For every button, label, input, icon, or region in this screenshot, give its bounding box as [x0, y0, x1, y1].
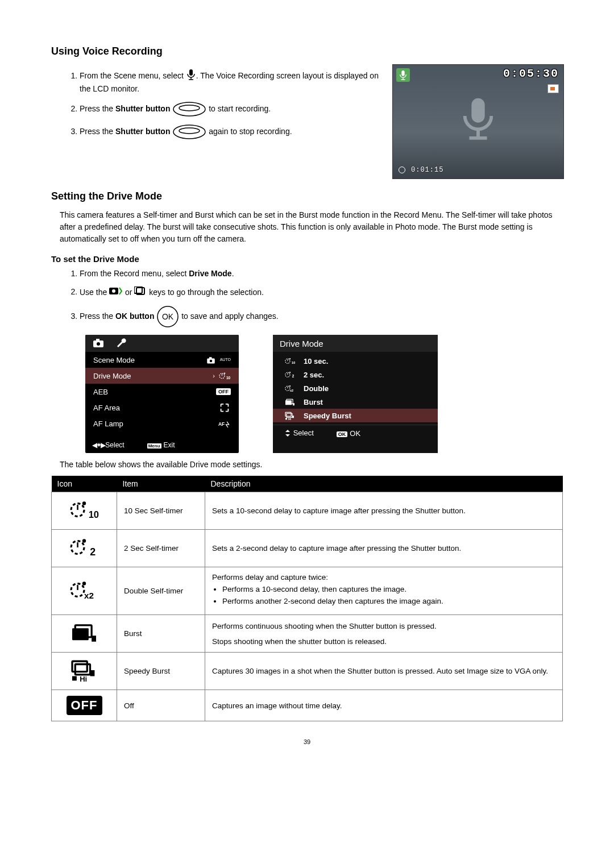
remaining-time: 0:05:30: [503, 67, 559, 80]
shutter-button-label: Shutter button: [115, 104, 170, 113]
page-number: 39: [51, 738, 563, 745]
col-icon: Icon: [52, 476, 117, 492]
shutter-button-icon: [172, 101, 206, 117]
drive-step-2: Use the or keys to go through the select…: [80, 286, 563, 299]
menu-exit-hint: MenuExit: [147, 441, 175, 449]
drive-menu-item: 10 sec.: [273, 354, 438, 368]
drive-menu-item: Speedy Burst: [273, 409, 438, 422]
table-intro: The table below shows the available Driv…: [60, 460, 563, 469]
voice-steps: From the Scene menu, select . The Voice …: [51, 69, 381, 140]
menu-row: AEBOFF: [85, 384, 239, 400]
drive-menu-title: Drive Mode: [273, 335, 438, 352]
menu-row: Scene ModeAUTO: [85, 352, 239, 368]
table-row: BurstPerforms continuous shooting when t…: [52, 615, 563, 653]
ok-badge: OK: [337, 431, 348, 437]
drive-steps: From the Record menu, select Drive Mode.…: [51, 268, 563, 328]
drive-step-1: From the Record menu, select Drive Mode.: [80, 268, 563, 280]
drive-mode-description: This camera features a Self-timer and Bu…: [60, 209, 563, 245]
voice-step-1: From the Scene menu, select . The Voice …: [80, 69, 381, 94]
menu-ok-hint: OKOK: [337, 429, 360, 438]
drive-mode-label: Drive Mode: [189, 269, 231, 278]
voice-step-3: Press the Shutter button again to stop r…: [80, 124, 381, 140]
col-desc: Description: [205, 476, 563, 492]
text: Press the: [80, 312, 115, 321]
drive-step-3: Press the OK button to save and apply ch…: [80, 305, 563, 328]
drive-menu-item: 2 sec.: [273, 368, 438, 381]
table-row: OFFOffCaptures an image without time del…: [52, 690, 563, 721]
flash-key-icon: [134, 286, 147, 299]
text: Exit: [164, 441, 175, 449]
record-menu-screenshot: Scene ModeAUTODrive Mode› AEBOFFAF AreaA…: [85, 335, 239, 453]
elapsed-time: 0:01:15: [411, 166, 443, 174]
setup-tab-icon: [115, 337, 126, 350]
text: Use the: [80, 287, 109, 296]
drive-menu-item: Burst: [273, 395, 438, 409]
text: Select: [293, 429, 314, 437]
microphone-icon: [186, 69, 196, 84]
table-row: Speedy BurstCaptures 30 images in a shot…: [52, 653, 563, 690]
macro-key-icon: [109, 286, 123, 299]
text: .: [232, 269, 234, 278]
text: Press the: [80, 104, 115, 113]
text: to save and apply changes.: [181, 312, 278, 321]
section-voice-title: Using Voice Recording: [51, 45, 563, 57]
text: From the Scene menu, select: [80, 71, 186, 80]
voice-recording-screenshot: 0:05:30 0:01:15: [392, 64, 564, 179]
shutter-button-icon: [172, 124, 206, 140]
shutter-button-label: Shutter button: [115, 127, 170, 136]
menu-select-hint: Select: [92, 441, 125, 449]
microphone-badge-icon: [396, 68, 410, 82]
record-indicator-icon: [399, 167, 405, 173]
table-row: 2 Sec Self-timerSets a 2-second delay to…: [52, 530, 563, 567]
ok-button-icon: [156, 305, 179, 328]
text: to start recording.: [209, 104, 271, 113]
drive-mode-table: Icon Item Description 10 Sec Self-timerS…: [51, 476, 563, 721]
table-row: Double Self-timerPerforms delay and capt…: [52, 567, 563, 615]
drive-subheading: To set the Drive Mode: [51, 254, 563, 264]
text: again to stop recording.: [209, 127, 292, 136]
or-label: or: [125, 287, 134, 296]
text: keys to go through the selection.: [149, 287, 264, 296]
menu-row: AF Lamp: [85, 416, 239, 431]
camera-tab-icon: [92, 337, 105, 350]
menu-badge: Menu: [147, 443, 161, 448]
menu-row: Drive Mode›: [85, 368, 239, 384]
microphone-large-icon: [458, 93, 498, 146]
menu-row: AF Area: [85, 400, 239, 416]
section-drive-title: Setting the Drive Mode: [51, 190, 563, 202]
voice-step-2: Press the Shutter button to start record…: [80, 101, 381, 117]
memory-card-icon: [547, 84, 559, 93]
drive-mode-menu-screenshot: Drive Mode 10 sec.2 sec.DoubleBurstSpeed…: [273, 335, 438, 453]
text: From the Record menu, select: [80, 269, 189, 278]
text: OK: [350, 429, 360, 438]
menu-select-hint: Select: [284, 429, 314, 438]
ok-button-label: OK button: [115, 312, 154, 321]
col-item: Item: [117, 476, 205, 492]
drive-menu-item: Double: [273, 381, 438, 395]
text: Press the: [80, 127, 115, 136]
table-row: 10 Sec Self-timerSets a 10-second delay …: [52, 492, 563, 530]
